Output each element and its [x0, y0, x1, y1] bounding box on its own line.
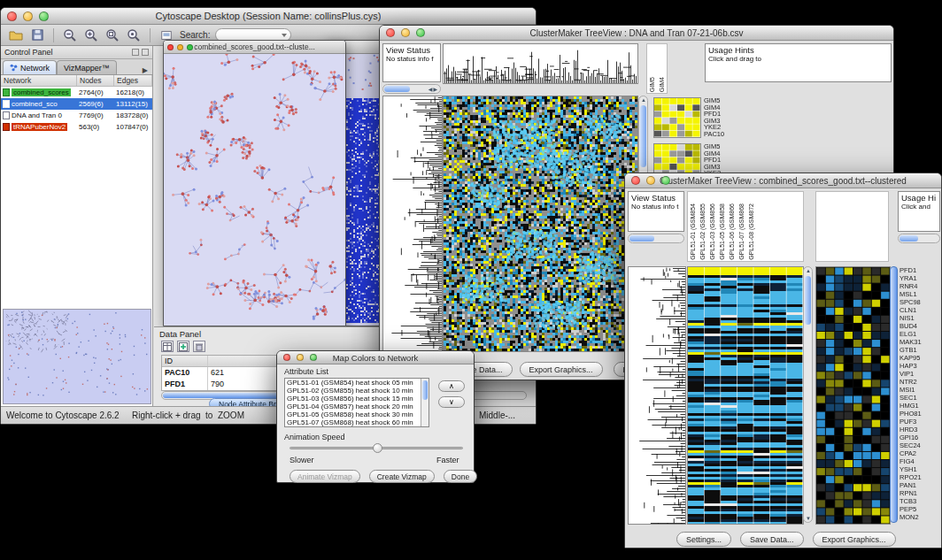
network-window-titlebar[interactable]: combined_scores_good.txt--cluste...	[164, 41, 345, 54]
float-panel-icon[interactable]	[132, 49, 139, 56]
correlation-matrix-canvas[interactable]	[653, 97, 701, 138]
delete-attribute-icon[interactable]	[193, 341, 205, 352]
gene-label[interactable]: PHO81	[900, 410, 941, 418]
gene-label[interactable]: YRA1	[900, 274, 941, 282]
gene-label[interactable]: HAP3	[900, 362, 941, 370]
animate-vizmap-button[interactable]: Animate Vizmap	[290, 470, 360, 483]
attribute-list-item[interactable]: GPL51-03 (GSM856) heat shock 15 min	[285, 395, 429, 403]
attribute-listbox[interactable]: GPL51-01 (GSM854) heat shock 05 minGPL51…	[284, 378, 429, 427]
gene-label[interactable]: SPC98	[900, 298, 941, 306]
move-up-button[interactable]: ∧	[438, 380, 465, 392]
zoom-window-button[interactable]	[416, 28, 425, 37]
scrollbar-thumb[interactable]	[629, 235, 654, 242]
scroll-down-icon[interactable]: ▼	[806, 516, 811, 521]
gene-label[interactable]: ELG1	[900, 330, 941, 338]
minimize-button[interactable]	[297, 354, 304, 361]
zoom-window-button[interactable]	[187, 44, 193, 50]
treeview-button[interactable]: Save Data...	[740, 532, 804, 547]
zoom-fit-icon[interactable]	[104, 27, 120, 43]
close-button[interactable]	[283, 354, 290, 361]
zoom-window-button[interactable]	[39, 12, 49, 21]
heatmap-canvas[interactable]	[443, 96, 638, 352]
scrollbar-thumb[interactable]	[422, 380, 428, 400]
gene-label[interactable]: CLN1	[900, 306, 941, 314]
network-row[interactable]: DNA and Tran 0 7769(0) 183728(0)	[1, 110, 152, 121]
gene-label[interactable]: NTR2	[900, 378, 941, 386]
heatmap-canvas[interactable]	[687, 266, 804, 525]
scroll-arrows-icon[interactable]: ◀▶	[429, 86, 438, 92]
zoom-window-button[interactable]	[310, 354, 317, 361]
scrollbar-thumb[interactable]	[640, 105, 646, 167]
zoom-in-icon[interactable]	[83, 27, 99, 43]
minimize-button[interactable]	[177, 44, 183, 50]
attribute-list-item[interactable]: GPL51-04 (GSM857) heat shock 20 min	[285, 403, 429, 410]
close-button[interactable]	[167, 44, 174, 50]
gene-label[interactable]: PUF3	[900, 418, 941, 426]
gene-label[interactable]: MSI1	[900, 386, 941, 394]
zoom-selected-icon[interactable]	[126, 27, 142, 43]
main-titlebar[interactable]: Cytoscape Desktop (Session Name: collins…	[1, 8, 536, 25]
gene-label[interactable]: HRD3	[900, 426, 941, 433]
gene-label[interactable]: YSH1	[900, 465, 941, 473]
tab-overflow-arrow-icon[interactable]: ▶	[138, 66, 152, 74]
zoom-hscrollbar[interactable]	[898, 234, 940, 243]
attribute-list-item[interactable]: GPL51-05 (GSM858) heat shock 30 min	[285, 410, 429, 418]
attribute-list-item[interactable]: GPL51-07 (GSM868) heat shock 60 min	[285, 418, 429, 426]
gene-label[interactable]: PAN1	[900, 481, 941, 489]
gene-label[interactable]: KAP95	[900, 354, 941, 362]
save-icon[interactable]	[29, 27, 45, 43]
close-panel-icon[interactable]	[142, 49, 149, 56]
minimize-button[interactable]	[23, 12, 33, 21]
gene-label[interactable]: MON2	[900, 513, 941, 521]
column-label[interactable]: GPL51-02 (GSM855	[699, 203, 707, 260]
scroll-up-icon[interactable]: ▲	[641, 97, 646, 103]
heatmap-vscrollbar[interactable]: ▲ ▼	[803, 266, 813, 523]
move-down-button[interactable]: ∨	[438, 396, 465, 408]
row-dendrogram-canvas[interactable]	[382, 96, 443, 352]
slider-knob[interactable]	[373, 443, 382, 453]
scrollbar-thumb[interactable]	[900, 235, 918, 242]
minimize-button[interactable]	[401, 28, 410, 37]
column-label[interactable]: GIM4	[658, 77, 667, 92]
gene-label[interactable]: MAK31	[900, 338, 941, 346]
attribute-list-item[interactable]: GPL51-01 (GSM854) heat shock 05 min	[285, 379, 429, 387]
zoom-vscrollbar[interactable]	[890, 266, 898, 523]
column-label[interactable]: GPL51-08 (GSM872	[747, 203, 756, 260]
tab-vizmapper[interactable]: VizMapper™	[57, 60, 117, 74]
select-attributes-icon[interactable]	[161, 341, 174, 352]
column-label[interactable]: GPL51-05 (GSM858	[718, 203, 727, 260]
column-label[interactable]: GPL51-07 (GSM868	[737, 203, 746, 260]
create-attribute-icon[interactable]	[177, 341, 189, 352]
zoom-out-icon[interactable]	[62, 27, 78, 43]
network-canvas[interactable]	[164, 54, 345, 326]
column-label[interactable]: GIM5	[648, 77, 657, 92]
gene-label[interactable]: FIG4	[900, 457, 941, 465]
network-row[interactable]: tRNAPuberNov2 563(0) 107847(0)	[1, 121, 152, 133]
open-folder-icon[interactable]	[8, 27, 24, 43]
treeview-combined-titlebar[interactable]: ClusterMaker TreeView : combined_scores_…	[625, 173, 941, 188]
network-view-window[interactable]: combined_scores_good.txt--cluste...	[163, 40, 346, 326]
gene-label[interactable]: PFD1	[900, 266, 941, 274]
treeview-button[interactable]: Export Graphics...	[813, 532, 896, 547]
gene-label[interactable]: PEP5	[900, 505, 941, 513]
gene-label[interactable]: RPO21	[900, 473, 941, 481]
gene-label[interactable]: VIP1	[900, 370, 941, 378]
gene-label[interactable]: RPN1	[900, 489, 941, 497]
column-label[interactable]: GPL51-01 (GSM854	[689, 203, 698, 260]
dendrogram-hscrollbar[interactable]: ◀▶	[382, 84, 441, 94]
gene-label[interactable]: BUD4	[900, 322, 941, 330]
treeview-button[interactable]: Settings...	[676, 532, 731, 547]
gene-label[interactable]: MSL1	[900, 290, 941, 298]
create-vizmap-button[interactable]: Create Vizmap	[369, 470, 435, 483]
row-dendrogram-canvas[interactable]	[628, 266, 686, 525]
minimize-button[interactable]	[646, 176, 655, 185]
treeview-button[interactable]: Export Graphics...	[520, 362, 603, 377]
network-row[interactable]: combined_sco 2569(6) 13112(15)	[1, 98, 152, 110]
scrollbar-thumb[interactable]	[384, 86, 410, 92]
column-dendrogram-canvas[interactable]	[443, 43, 638, 84]
gene-label[interactable]: GPI16	[900, 433, 941, 441]
gene-label[interactable]: HMG1	[900, 402, 941, 410]
zoom-window-button[interactable]	[661, 176, 670, 185]
scrollbar-thumb[interactable]	[805, 276, 811, 325]
network-overview-thumbnail[interactable]	[3, 309, 151, 404]
